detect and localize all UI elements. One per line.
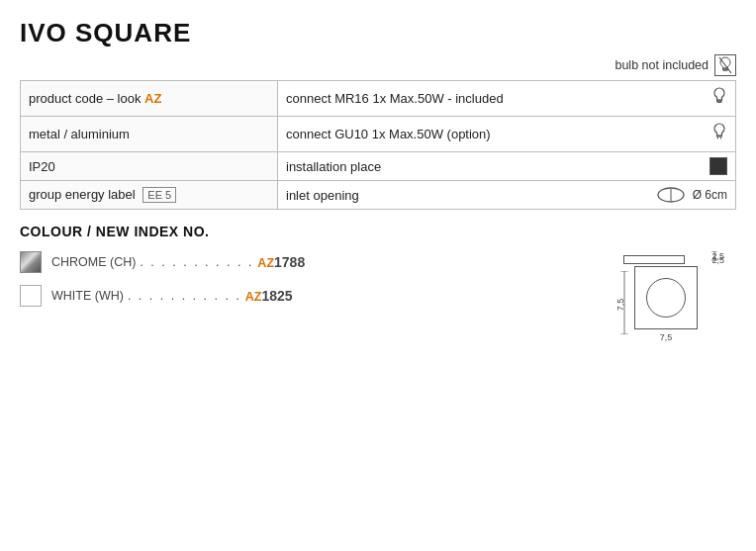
connect-mr16-cell: connect MR16 1x Max.50W - included <box>278 81 736 117</box>
material-text: metal / aluminium <box>29 127 130 141</box>
inner-circle <box>646 278 686 318</box>
dim-75-side: 7,5 <box>615 298 625 311</box>
profile-rect <box>623 255 685 264</box>
inlet-diameter: Ø 6cm <box>693 188 727 202</box>
colour-list: CHROME (CH) . . . . . . . . . . . AZ1788… <box>20 251 558 342</box>
product-code-label: product code – look <box>29 91 144 106</box>
white-swatch <box>20 285 42 307</box>
front-rect <box>634 266 698 329</box>
connect-gu10-text: connect GU10 1x Max.50W (option) <box>286 127 491 141</box>
front-view: 7,5 7,5 <box>616 266 698 342</box>
list-item: WHITE (WH) . . . . . . . . . . . AZ1825 <box>20 285 558 307</box>
installation-cell: installation place <box>278 152 736 181</box>
colours-section: CHROME (CH) . . . . . . . . . . . AZ1788… <box>20 251 736 342</box>
installation-icon <box>709 157 727 175</box>
energy-label-text: group energy label <box>29 187 139 202</box>
product-title: IVO SQUARE <box>20 18 736 48</box>
colour-section-title: COLOUR / NEW INDEX NO. <box>20 224 736 239</box>
inlet-text: inlet opening <box>286 188 359 203</box>
connect-mr16-text: connect MR16 1x Max.50W - included <box>286 91 504 106</box>
white-name: WHITE (WH) <box>51 289 124 303</box>
energy-badge: EE 5 <box>142 187 176 203</box>
white-code: AZ1825 <box>245 288 293 304</box>
installation-text: installation place <box>286 159 381 174</box>
svg-rect-6 <box>717 136 722 137</box>
profile-view: 2,5 2,5 <box>608 255 707 264</box>
bulb-gu10-icon <box>711 122 727 146</box>
material-cell: metal / aluminium <box>21 117 278 152</box>
table-row: product code – look AZ connect MR16 1x M… <box>21 81 736 117</box>
side-dim: 7,5 <box>616 271 632 337</box>
product-code-az: AZ <box>144 91 161 106</box>
list-item: CHROME (CH) . . . . . . . . . . . AZ1788 <box>20 251 558 273</box>
spec-table: product code – look AZ connect MR16 1x M… <box>20 80 736 210</box>
ip-cell: IP20 <box>21 152 278 181</box>
connect-gu10-cell: connect GU10 1x Max.50W (option) <box>278 117 736 152</box>
chrome-code: AZ1788 <box>257 254 305 270</box>
inlet-icon: Ø 6cm <box>657 186 727 204</box>
inlet-cell: inlet opening Ø 6cm <box>278 181 736 210</box>
bulb-note-row: bulb not included <box>20 54 736 76</box>
ip-text: IP20 <box>29 159 55 174</box>
bulb-note-text: bulb not included <box>614 58 709 72</box>
chrome-swatch <box>20 251 42 273</box>
product-code-cell: product code – look AZ <box>21 81 278 117</box>
diagram-area: 2,5 2,5 7,5 <box>578 251 736 342</box>
energy-label-cell: group energy label EE 5 <box>21 181 278 210</box>
svg-rect-2 <box>723 69 727 70</box>
table-row: group energy label EE 5 inlet opening Ø … <box>21 181 736 210</box>
chrome-name: CHROME (CH) <box>51 255 136 269</box>
table-row: metal / aluminium connect GU10 1x Max.50… <box>21 117 736 152</box>
table-row: IP20 installation place <box>21 152 736 181</box>
dim-75-bottom: 7,5 <box>634 332 698 342</box>
bulb-not-included-icon <box>714 54 736 76</box>
bulb-mr16-icon <box>711 86 727 111</box>
